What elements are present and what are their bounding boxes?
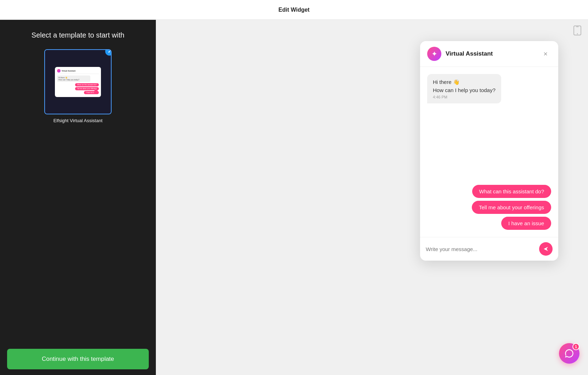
- notification-badge: 1: [572, 343, 579, 350]
- mobile-preview-icon[interactable]: [572, 25, 582, 35]
- mini-bubble-1: What can this assistant do?: [75, 83, 99, 86]
- quick-reply-1[interactable]: What can this assistant do?: [472, 185, 551, 198]
- mini-chat-preview: Virtual Assistant Hi there 👋How can I he…: [55, 67, 101, 97]
- continue-with-template-button[interactable]: Continue with this template: [7, 349, 149, 369]
- quick-reply-3[interactable]: I have an issue: [501, 217, 551, 230]
- bot-greeting-message: Hi there 👋How can I help you today? 4:46…: [427, 74, 501, 103]
- left-panel: Select a template to start with ✓ Virtua…: [0, 20, 156, 375]
- template-card[interactable]: ✓ Virtual Assistant Hi there 👋How can I …: [44, 49, 112, 125]
- page-title: Edit Widget: [278, 7, 310, 13]
- chat-input-area: [420, 237, 558, 261]
- chat-avatar: ✦: [427, 47, 441, 61]
- continue-button-wrapper: Continue with this template: [0, 343, 156, 375]
- mini-close-btn: [94, 90, 98, 94]
- quick-reply-2[interactable]: Tell me about your offerings: [472, 201, 551, 214]
- bot-greeting-text: Hi there 👋How can I help you today?: [433, 78, 496, 94]
- chat-title: Virtual Assistant: [446, 50, 493, 57]
- floating-chat-button[interactable]: 1: [559, 343, 579, 364]
- send-icon: [543, 246, 549, 252]
- mini-bubbles: What can this assistant do? Tell me abou…: [57, 83, 99, 95]
- chat-body: Hi there 👋How can I help you today? 4:46…: [420, 67, 558, 237]
- right-panel: ✦ Virtual Assistant × Hi there 👋How can …: [156, 20, 588, 375]
- main-content: Select a template to start with ✓ Virtua…: [0, 20, 588, 375]
- template-selection-area: Select a template to start with ✓ Virtua…: [0, 20, 156, 343]
- mini-chat-header: Virtual Assistant: [57, 69, 99, 74]
- template-thumbnail: Virtual Assistant Hi there 👋How can I he…: [45, 50, 111, 114]
- mini-header-title: Virtual Assistant: [62, 70, 75, 72]
- header: Edit Widget: [0, 0, 588, 20]
- send-message-button[interactable]: [539, 242, 553, 256]
- chat-header-left: ✦ Virtual Assistant: [427, 47, 493, 61]
- panel-heading: Select a template to start with: [7, 31, 149, 39]
- chat-close-button[interactable]: ×: [540, 48, 551, 59]
- chat-message-input[interactable]: [426, 246, 536, 252]
- svg-point-1: [577, 33, 578, 34]
- chat-widget: ✦ Virtual Assistant × Hi there 👋How can …: [420, 41, 558, 261]
- chat-widget-header: ✦ Virtual Assistant ×: [420, 41, 558, 67]
- bot-message-timestamp: 4:46 PM: [433, 95, 496, 99]
- template-label: Elfsight Virtual Assistant: [44, 118, 112, 125]
- chat-avatar-icon: ✦: [431, 50, 437, 58]
- mini-greeting: Hi there 👋How can I help you today?: [57, 75, 90, 82]
- template-card-inner: ✓ Virtual Assistant Hi there 👋How can I …: [44, 49, 112, 114]
- quick-replies-container: What can this assistant do? Tell me abou…: [427, 185, 551, 230]
- mini-avatar-icon: [57, 69, 61, 73]
- floating-chat-icon: [564, 348, 574, 358]
